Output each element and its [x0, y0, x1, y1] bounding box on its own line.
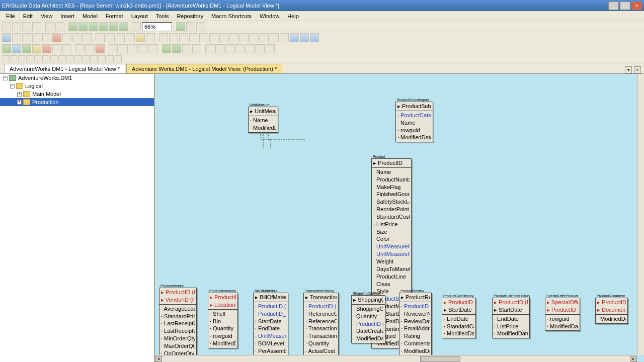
view-icon[interactable] [300, 33, 309, 42]
shape5-icon[interactable] [42, 44, 51, 53]
entity-icon[interactable] [290, 33, 299, 42]
menu-window[interactable]: Window [256, 12, 283, 20]
lasso-icon[interactable] [42, 33, 51, 42]
zoom-combo[interactable]: 66% [142, 22, 172, 31]
delete-icon[interactable] [52, 33, 61, 42]
expand-icon[interactable]: + [17, 100, 22, 105]
zoom-in-icon[interactable] [12, 33, 21, 42]
tab-menu-icon[interactable]: ▾ [625, 66, 632, 73]
pointer-icon[interactable] [2, 33, 11, 42]
repo3-icon[interactable] [89, 22, 98, 31]
layout11-icon[interactable] [260, 33, 269, 42]
repo6-icon[interactable] [119, 22, 128, 31]
rel-icon[interactable] [310, 33, 319, 42]
entity-costhist[interactable]: ProductCostHistory▸ ProductID (FK)▸ Star… [442, 298, 476, 338]
repo2-icon[interactable] [78, 22, 88, 31]
sm11-icon[interactable] [83, 55, 90, 62]
sm5-icon[interactable] [34, 55, 41, 62]
new-icon[interactable] [2, 22, 11, 31]
sm4-icon[interactable] [26, 55, 33, 62]
vscrollbar[interactable] [637, 74, 644, 355]
shape4-icon[interactable] [32, 44, 41, 53]
undo-icon[interactable] [45, 22, 54, 31]
shape6-icon[interactable] [52, 44, 61, 53]
sm15-icon[interactable] [115, 55, 122, 62]
draw3-icon[interactable] [129, 44, 138, 53]
repo4-icon[interactable] [99, 22, 108, 31]
maximize-button[interactable]: □ [620, 2, 630, 10]
sm6-icon[interactable] [42, 55, 49, 62]
draw5-icon[interactable] [149, 44, 158, 53]
shape7-icon[interactable] [62, 44, 71, 53]
shape1-icon[interactable] [2, 44, 11, 53]
layout3-icon[interactable] [179, 33, 188, 42]
scroll-left-icon[interactable]: ◂ [155, 356, 162, 362]
menu-file[interactable]: File [2, 12, 19, 20]
sync4-icon[interactable] [192, 44, 201, 53]
entity-bom[interactable]: BillOfMaterials▸ BillOfMaterialsID· Prod… [253, 293, 288, 362]
align-r-icon[interactable] [106, 33, 115, 42]
entity-listhist[interactable]: ProductListPriceHistory▸ ProductID (FK)▸… [492, 298, 530, 338]
copy-icon[interactable] [72, 33, 82, 42]
sync1-icon[interactable] [162, 44, 171, 53]
text-icon[interactable] [96, 44, 105, 53]
entity-doc[interactable]: ProductDocument▸ ProductID (FK)▸ Documen… [595, 298, 628, 324]
sm13-icon[interactable] [99, 55, 106, 62]
collapse-icon[interactable]: − [3, 76, 8, 80]
sm3-icon[interactable] [18, 55, 25, 62]
repo-icon[interactable] [68, 22, 77, 31]
draw4-icon[interactable] [139, 44, 148, 53]
sync3-icon[interactable] [182, 44, 191, 53]
entity-vendor[interactable]: ProductVendor▸ ProductID (FK)▸ VendorID … [159, 288, 197, 362]
dist7-icon[interactable] [266, 44, 275, 53]
dist5-icon[interactable] [246, 44, 255, 53]
zoom-out-icon[interactable] [22, 33, 31, 42]
layout10-icon[interactable] [250, 33, 259, 42]
entity-specialoffer[interactable]: SpecialOfferProduct▸ SpecialOfferID (FK)… [545, 298, 580, 331]
menu-edit[interactable]: Edit [19, 12, 37, 20]
sm2-icon[interactable] [10, 55, 17, 62]
layout12-icon[interactable] [270, 33, 279, 42]
entity-review[interactable]: ProductReview▸ ProductReviewID· ProductI… [399, 293, 432, 356]
line-icon[interactable] [86, 44, 95, 53]
align-t-icon[interactable] [116, 33, 125, 42]
collapse-icon[interactable]: − [10, 84, 15, 88]
repo5-icon[interactable] [109, 22, 118, 31]
draw2-icon[interactable] [119, 44, 128, 53]
scroll-thumb[interactable] [420, 356, 460, 362]
sm9-icon[interactable] [66, 55, 73, 62]
diagram-canvas[interactable]: UnitMeasure▸ UnitMeasureCode· Name· Modi… [155, 74, 644, 362]
entity-cart[interactable]: ShoppingCartItem▸ ShoppingCartItemID· Sh… [351, 295, 385, 343]
grid-icon[interactable] [132, 22, 141, 31]
dist6-icon[interactable] [256, 44, 265, 53]
layout9-icon[interactable] [239, 33, 249, 42]
layout5-icon[interactable] [199, 33, 208, 42]
tree-main-model[interactable]: + Main Model [0, 90, 154, 98]
entity-thist[interactable]: TransactionHistory▸ TransactionID· Produ… [303, 293, 339, 362]
tree-logical[interactable]: − Logical [0, 82, 154, 90]
tree-root[interactable]: − AdventureWorks.DM1 [0, 74, 154, 82]
draw1-icon[interactable] [109, 44, 118, 53]
sm7-icon[interactable] [50, 55, 57, 62]
shape3-icon[interactable] [22, 44, 31, 53]
entity-inventory[interactable]: ProductInventory▸ ProductID (FK)▸ Locati… [208, 293, 238, 348]
tab-main-model[interactable]: AdventureWorks.DM1 - Logical Model View … [4, 64, 125, 73]
find-icon[interactable] [186, 22, 195, 31]
layout2-icon[interactable] [169, 33, 178, 42]
scroll-right-icon[interactable]: ▸ [630, 356, 637, 362]
tree-production[interactable]: + Production [0, 98, 154, 106]
highlight-icon[interactable] [136, 33, 145, 42]
sm14-icon[interactable] [107, 55, 114, 62]
dist4-icon[interactable] [235, 44, 245, 53]
menu-repository[interactable]: Repository [173, 12, 207, 20]
arrow-icon[interactable] [75, 44, 85, 53]
go-icon[interactable] [176, 22, 185, 31]
entity-subcategory[interactable]: ProductSubcategory▸ ProductSubcategoryID… [395, 102, 433, 142]
layout4-icon[interactable] [189, 33, 198, 42]
dist3-icon[interactable] [225, 44, 234, 53]
menu-layout[interactable]: Layout [127, 12, 152, 20]
tab-production[interactable]: Adventure Works.DM1 - Logical Model View… [126, 64, 282, 73]
print-icon[interactable] [32, 22, 41, 31]
menu-help[interactable]: Help [283, 12, 303, 20]
layout7-icon[interactable] [219, 33, 228, 42]
